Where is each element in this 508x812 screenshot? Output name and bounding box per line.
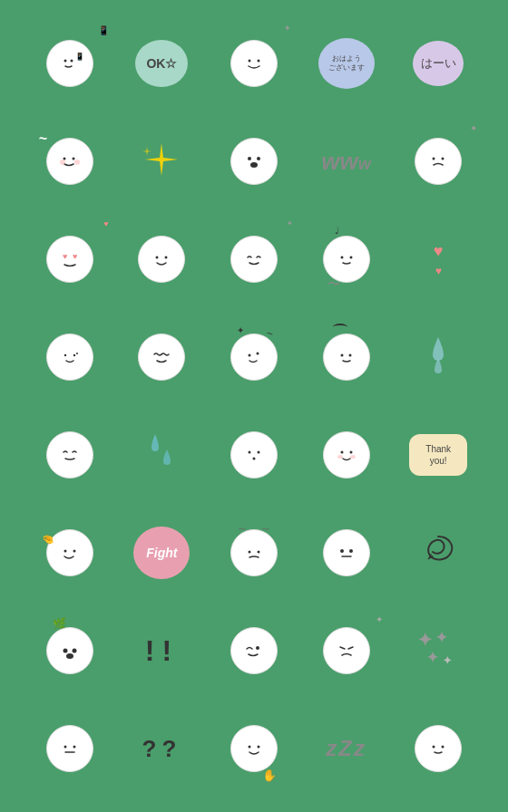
- cell-r5c5: Thankyou!: [396, 410, 481, 500]
- svg-point-32: [337, 455, 343, 459]
- cell-r4c2: [120, 312, 205, 402]
- cell-r3c4: ♩ 〜: [304, 214, 389, 304]
- svg-point-25: [340, 354, 343, 357]
- bubble-ok: OK☆: [135, 40, 188, 87]
- svg-point-22: [76, 353, 78, 354]
- svg-point-28: [257, 451, 259, 454]
- cell-r6c4: [304, 508, 389, 598]
- svg-point-8: [74, 160, 80, 165]
- cell-r5c2: [120, 410, 205, 500]
- bubble-fight: Fight: [133, 527, 190, 579]
- svg-point-37: [257, 551, 259, 554]
- face-shocked-hair: 🌿: [46, 627, 93, 674]
- cell-r1c2: OK☆: [120, 18, 205, 109]
- bubble-hai-text: はーい: [421, 55, 456, 72]
- svg-point-24: [256, 353, 259, 355]
- svg-point-10: [257, 157, 260, 160]
- svg-point-57: [442, 746, 444, 749]
- face-hair-up: [323, 334, 370, 381]
- face-grumpy: [323, 627, 370, 674]
- cell-r5c3: [211, 410, 297, 500]
- face-crazy-hair: ~ ✦: [230, 334, 278, 381]
- face-happy-star: [230, 40, 278, 87]
- svg-point-7: [60, 160, 65, 165]
- cell-r5c1: [27, 410, 112, 500]
- bubble-fight-text: Fight: [146, 546, 177, 560]
- svg-point-11: [250, 162, 258, 168]
- svg-text:✦: ✦: [417, 630, 433, 650]
- svg-point-21: [73, 354, 75, 356]
- cell-r3c3: ✦: [211, 214, 297, 304]
- svg-point-52: [73, 746, 75, 749]
- cell-r1c5: はーい: [396, 18, 481, 109]
- svg-line-45: [340, 647, 345, 649]
- face-surprised: [230, 138, 278, 185]
- cell-r2c3: [211, 116, 297, 207]
- cell-r4c3: ~ ✦: [211, 312, 297, 402]
- asterisk-cluster: ✦ ✦ ✦ ✦: [415, 626, 461, 675]
- face-smug: [415, 138, 462, 185]
- cell-r8c4: zZz: [304, 703, 389, 794]
- svg-text:📱: 📱: [75, 52, 84, 61]
- bubble-thankyou-text: Thankyou!: [425, 443, 451, 467]
- cell-r6c2: Fight: [120, 508, 205, 598]
- cell-r4c4: [304, 312, 389, 402]
- face-plain: [46, 725, 93, 772]
- face-blush: [323, 431, 370, 478]
- cell-r3c5: ♥ ♥: [396, 214, 481, 304]
- svg-text:✦: ✦: [435, 630, 448, 645]
- svg-point-44: [256, 646, 259, 650]
- svg-point-41: [63, 649, 67, 653]
- cell-r7c2: !!: [120, 605, 205, 696]
- cell-r7c1: 🌿: [27, 605, 112, 696]
- cell-r1c4: おはようございます: [304, 18, 389, 109]
- face-heart-eye: ♥ ♥: [46, 236, 93, 283]
- face-ear-tug: 🤏: [46, 529, 93, 576]
- cell-r1c3: ✦: [211, 18, 297, 109]
- face-blush-wave: [46, 138, 93, 185]
- face-frazzled: ～ ～: [230, 529, 278, 576]
- svg-point-1: [70, 60, 73, 63]
- svg-point-36: [248, 551, 250, 554]
- face-dots-eyes: [46, 334, 93, 381]
- cell-r8c3: ✋: [211, 703, 297, 794]
- cell-r2c4: www: [304, 116, 389, 207]
- bubble-ohayou-text: おはようございます: [328, 54, 365, 73]
- heart-small: ♥: [435, 265, 442, 277]
- cell-r5c4: [304, 410, 389, 500]
- svg-text:✦: ✦: [426, 650, 439, 665]
- cell-r1c1: 📱 📱: [27, 18, 112, 109]
- cell-r7c5: ✦ ✦ ✦ ✦: [396, 605, 481, 696]
- svg-line-46: [348, 647, 353, 649]
- sparkles: [134, 134, 189, 188]
- swirl: [416, 529, 460, 576]
- cell-r6c3: ～ ～: [211, 508, 297, 598]
- ww-text: www: [321, 150, 370, 173]
- cell-r2c5: ✦: [396, 116, 481, 207]
- svg-point-39: [349, 549, 353, 553]
- cell-r4c5: [396, 312, 481, 402]
- exclamation-marks: !!: [145, 634, 179, 668]
- cell-r6c1: 🤏: [27, 508, 112, 598]
- bubble-thankyou: Thankyou!: [409, 434, 467, 476]
- svg-point-54: [248, 746, 250, 749]
- cell-r7c4: ✦: [304, 605, 389, 696]
- cell-r2c2: [120, 116, 205, 207]
- svg-point-6: [72, 158, 74, 160]
- svg-point-4: [257, 60, 259, 63]
- svg-point-17: [165, 256, 168, 259]
- face-neutral-phone: 📱: [46, 40, 93, 87]
- svg-point-29: [252, 458, 255, 460]
- svg-point-30: [340, 451, 343, 454]
- cell-r6c5: [396, 508, 481, 598]
- face-jumping: ♩ 〜: [323, 236, 370, 283]
- face-dot-mouth: [230, 431, 278, 478]
- svg-point-43: [66, 653, 73, 659]
- cell-r8c1: [27, 703, 112, 794]
- svg-point-5: [63, 158, 65, 160]
- cell-r8c5: [396, 703, 481, 794]
- question-marks: ??: [142, 735, 182, 763]
- cell-r3c1: ♥ ♥ ♥: [27, 214, 112, 304]
- zzz-text: zZz: [326, 736, 366, 761]
- svg-point-27: [248, 451, 250, 454]
